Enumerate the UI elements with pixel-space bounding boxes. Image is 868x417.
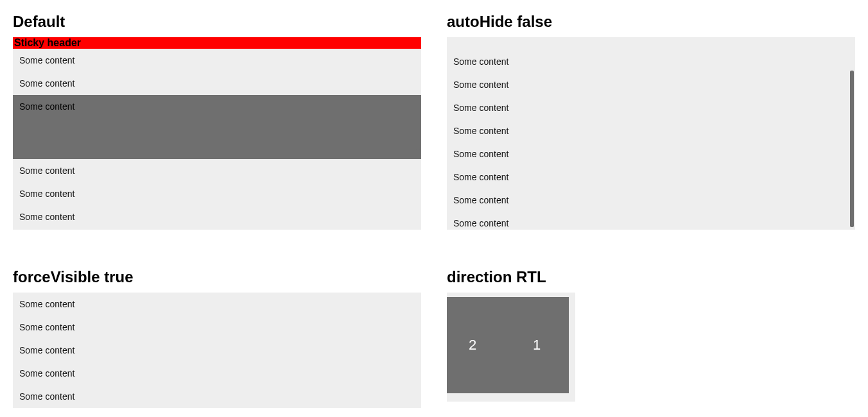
list-item: Some content [447, 96, 855, 119]
scrollbar-thumb[interactable] [850, 71, 854, 227]
list-item: Some content [447, 119, 855, 142]
list-item: Some content [13, 182, 421, 205]
section-rtl: direction RTL 1 2 [447, 268, 855, 408]
section-title-rtl: direction RTL [447, 268, 855, 286]
scrollbar-thumb[interactable] [416, 121, 420, 150]
list-item: Some content [13, 72, 421, 95]
list-item: Some content [13, 293, 421, 316]
rtl-cell-2: 2 [447, 297, 505, 393]
scroll-container-autohide[interactable]: Some content Some content Some content S… [447, 37, 855, 230]
rtl-cell-1: 1 [505, 297, 569, 393]
section-title-default: Default [13, 13, 421, 31]
list-item: Some content [447, 212, 855, 230]
list-item: Some content [447, 189, 855, 212]
section-autohide: autoHide false Some content Some content… [447, 13, 855, 230]
list-item: Some content [13, 316, 421, 339]
list-item: Some content [13, 159, 421, 182]
list-item: Some content [13, 362, 421, 385]
list-item: Some content [13, 385, 421, 408]
sticky-header: Sticky header [13, 37, 421, 49]
scroll-container-forcevisible[interactable]: Some content Some content Some content S… [13, 293, 421, 408]
list-item: Some content [447, 142, 855, 166]
list-item: Some content [447, 50, 855, 73]
list-item: Some content [447, 73, 855, 96]
list-item: Some content [447, 166, 855, 189]
big-box-item: Some content [13, 95, 421, 159]
section-default: Default Sticky header Some content Some … [13, 13, 421, 230]
list-item: Some content [13, 339, 421, 362]
scroll-container-rtl[interactable]: 1 2 [447, 293, 575, 402]
list-item: Some content [13, 205, 421, 228]
list-item-label: Some content [19, 101, 74, 112]
section-forcevisible: forceVisible true Some content Some cont… [13, 268, 421, 408]
rtl-inner: 1 2 [447, 297, 569, 393]
list-item: Some content [13, 49, 421, 72]
section-title-forcevisible: forceVisible true [13, 268, 421, 286]
scroll-container-default[interactable]: Sticky header Some content Some content … [13, 37, 421, 230]
section-title-autohide: autoHide false [447, 13, 855, 31]
